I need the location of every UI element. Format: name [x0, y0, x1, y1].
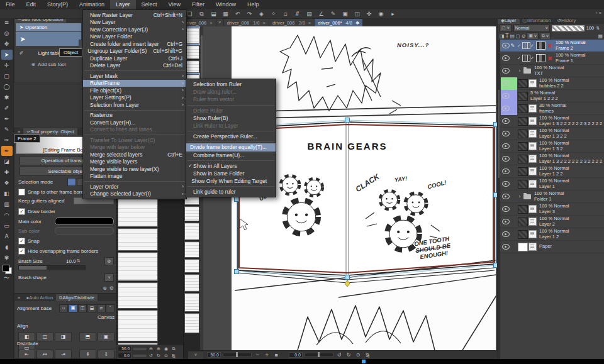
copy-icon[interactable]: ◈	[255, 11, 267, 17]
layer-effect-combo[interactable]: ▣˅	[527, 32, 539, 40]
eye-icon[interactable]	[502, 168, 510, 174]
balloon-tool[interactable]: ◖	[1, 242, 13, 252]
layer-row[interactable]: ✓✓✖100 % NormalFrame 1	[500, 52, 604, 65]
page-thumbnail[interactable]	[118, 252, 158, 281]
selection-handle[interactable]	[235, 270, 239, 274]
selection-handle[interactable]	[345, 275, 350, 280]
document-tab-0[interactable]: river_006×	[184, 19, 216, 26]
lock-transparent-icon[interactable]: ▤	[510, 33, 515, 39]
screentone-tool[interactable]: 〜	[1, 273, 13, 283]
layer-menu-ruler-frame[interactable]: Ruler/Frame›	[83, 80, 186, 87]
layer-menu-convert-layer-h[interactable]: Convert Layer(H)...	[83, 119, 186, 126]
layer-row[interactable]: 100 % NormalLayer 1 2	[500, 228, 604, 241]
expand-arrow-icon[interactable]: ›	[517, 69, 522, 73]
main-menu-icon[interactable]: ≡	[1, 18, 13, 28]
page-zoom-slider[interactable]	[133, 348, 147, 350]
tab-close-icon[interactable]: ×	[206, 20, 212, 26]
fit-icon[interactable]: ▪	[272, 352, 280, 358]
menu-item-layer[interactable]: Layer	[110, 0, 136, 9]
eye-icon[interactable]	[502, 68, 510, 74]
menu-item-help[interactable]: Help	[242, 0, 265, 9]
eraser-tool[interactable]: ◪	[1, 157, 13, 167]
fill-tool[interactable]: ◧	[1, 189, 13, 199]
main-color-swatch[interactable]	[3, 265, 9, 272]
blend-tool[interactable]: ❖	[1, 178, 13, 188]
panel-menu-icon[interactable]: ≡	[14, 294, 23, 301]
eye-icon[interactable]	[502, 143, 510, 149]
gradient-tool[interactable]: ▥	[1, 199, 13, 209]
transform-icon[interactable]: ▫	[279, 11, 291, 17]
ruler-menu-ruler-from-vector[interactable]: Ruler from vector	[186, 96, 276, 103]
ruler-menu-selection-from-ruler[interactable]: Selection from Ruler	[186, 80, 276, 88]
menu-item-file[interactable]: File	[0, 0, 21, 9]
page-thumbnail-small[interactable]	[184, 313, 199, 333]
undo-icon[interactable]: ↶	[232, 11, 243, 17]
ruler-menu-divide-frame-border-equally-t[interactable]: Divide frame border equally(T)...	[186, 143, 276, 151]
layer-thumbnail[interactable]	[518, 104, 528, 113]
correct-line-icon[interactable]: ✎	[327, 11, 339, 17]
eye-icon[interactable]	[502, 231, 510, 237]
layer-thumbnail[interactable]	[518, 180, 528, 189]
page-thumbnail-small[interactable]	[184, 241, 199, 258]
frame-tool[interactable]: ▭	[1, 221, 13, 231]
snap-checkbox[interactable]: ✓	[18, 238, 25, 245]
base-guide-icon[interactable]: ≡	[97, 304, 106, 312]
layer-mask-combo[interactable]: ⧉˅	[540, 32, 551, 40]
layer-row[interactable]: 100 % NormalLayer 1 2 2	[500, 165, 604, 178]
brush-shape-dropdown[interactable]: ˅	[104, 273, 114, 282]
layer-row[interactable]: 100 % Normalbubbles 2 2	[500, 77, 604, 90]
grid-icon[interactable]: #	[291, 11, 303, 17]
layer-menu-merge-visible-layers[interactable]: Merge visible layers	[83, 158, 186, 166]
brush-size-slider[interactable]	[18, 265, 86, 270]
eye-icon[interactable]	[502, 219, 510, 224]
eye-icon[interactable]	[502, 206, 510, 212]
page-thumbnail-small[interactable]	[184, 206, 199, 221]
redo-icon[interactable]: ↷	[243, 11, 255, 17]
document-tab-3[interactable]: driver_006*4/8✱	[315, 19, 362, 26]
page-thumbnail-small[interactable]	[184, 293, 199, 312]
eye-icon[interactable]	[502, 118, 510, 124]
eye-icon[interactable]	[502, 43, 510, 48]
menu-item-select[interactable]: Select	[136, 0, 163, 9]
zoom-tool[interactable]: ◎	[1, 28, 13, 38]
ruler-menu-draw-along-ruler[interactable]: Draw along ruler...	[186, 88, 276, 96]
page-rotation-value[interactable]: 0.0	[118, 353, 131, 358]
menu-item-storyp[interactable]: Story(P)	[42, 0, 74, 9]
layer-row[interactable]: 100 % NormalLayer 3	[500, 203, 604, 216]
decoration-tool[interactable]: ✚	[1, 167, 13, 177]
draft-icon[interactable]: ⊘	[522, 33, 526, 39]
eye-icon[interactable]	[502, 106, 510, 111]
more-icon[interactable]: ▸	[387, 11, 399, 17]
operation-tool[interactable]: ➤	[1, 50, 13, 60]
expand-arrow-icon[interactable]: ›	[517, 194, 522, 199]
eye-icon[interactable]	[502, 156, 510, 162]
layer-menu-convert-to-lines-and-tones[interactable]: Convert to lines and tones...	[83, 126, 186, 134]
eye-icon[interactable]	[502, 131, 510, 136]
flip-icon[interactable]: ⧎	[171, 353, 177, 358]
layer-menu-new-raster-layer[interactable]: New Raster LayerCtrl+Shift+N	[83, 11, 186, 19]
tab-close-icon[interactable]: ×	[260, 20, 266, 26]
page-thumbnail[interactable]	[118, 310, 158, 341]
menu-item-edit[interactable]: Edit	[21, 0, 42, 9]
add-sub-tool-button[interactable]: ⊕ Add sub tool	[14, 59, 82, 69]
layer-thumbnail[interactable]	[518, 218, 528, 226]
layer-row[interactable]: 100 % NormalLayer 1	[500, 178, 604, 190]
menu-item-filter[interactable]: Filter	[186, 0, 210, 9]
document-tab-2[interactable]: driver_0062/8×	[269, 19, 314, 26]
paste-icon[interactable]: ✧	[267, 11, 279, 17]
layer-menu-new-layer-folder[interactable]: New Layer Folder	[83, 33, 186, 41]
taskbar-app-icon[interactable]	[362, 360, 366, 363]
tab-close-icon[interactable]: ×	[305, 20, 311, 26]
ruler-menu-show-in-same-folder[interactable]: Show in Same Folder	[186, 170, 276, 177]
layer-thumbnail[interactable]	[518, 155, 528, 163]
page-zoom-value[interactable]: 50.0	[118, 346, 131, 351]
layer-menu-new-layer[interactable]: New Layer›	[83, 19, 186, 26]
canvas-rotation-value[interactable]: 0.0	[289, 352, 303, 358]
canvas-zoom-slider[interactable]	[223, 353, 252, 357]
move-layer-tool[interactable]: ✛	[1, 60, 13, 70]
ruler-menu-show-in-all-layers[interactable]: ✓Show in All Layers	[186, 162, 276, 170]
layer-row[interactable]: ›100 % NormalFolder 1	[500, 190, 604, 203]
draw-border-checkbox[interactable]: ✓	[18, 208, 25, 215]
opacity-slider[interactable]	[552, 25, 584, 31]
actual-size-icon[interactable]: ⧉	[171, 346, 177, 351]
